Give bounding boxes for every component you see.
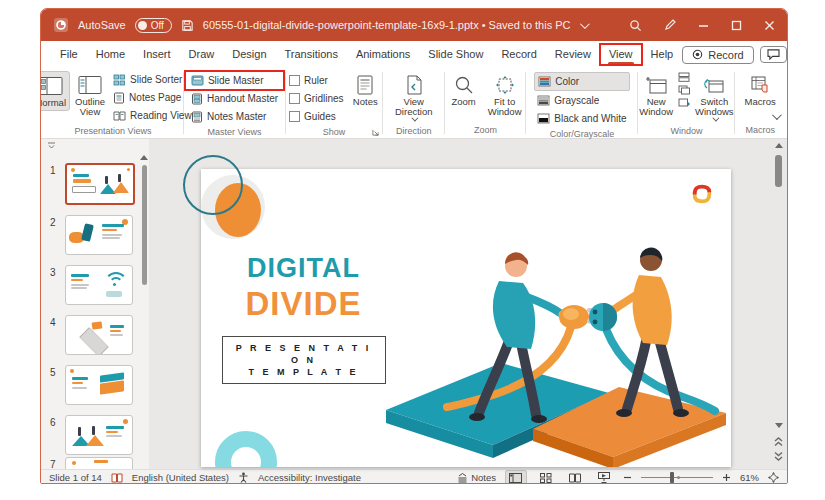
tab-review[interactable]: Review <box>546 43 600 66</box>
maximize-button[interactable] <box>731 20 742 31</box>
tab-design[interactable]: Design <box>223 43 275 66</box>
document-title[interactable]: 60555-01-digital-divide-powerpoint-templ… <box>203 19 571 31</box>
accessibility-status[interactable]: Accessibility: Investigate <box>258 472 361 483</box>
close-button[interactable] <box>764 20 775 31</box>
tab-draw[interactable]: Draw <box>180 43 224 66</box>
grayscale-button[interactable]: Grayscale <box>534 92 629 109</box>
reading-view-button[interactable]: Reading View <box>110 107 195 124</box>
show-dialog-launcher-icon[interactable] <box>372 129 379 136</box>
normal-view-button[interactable]: Normal <box>40 71 70 111</box>
fit-to-window-button[interactable]: Fit to Window <box>484 71 526 119</box>
slide-thumbnail-4[interactable] <box>65 315 133 355</box>
slide-sorter-statusbar-button[interactable] <box>536 471 556 484</box>
language-indicator[interactable]: English (United States) <box>132 472 229 483</box>
zoom-icon <box>454 73 474 97</box>
thumbnail-scrollbar-thumb[interactable] <box>142 165 147 285</box>
slide-thumbnail-5[interactable] <box>65 365 133 405</box>
new-window-button[interactable]: New Window <box>636 71 676 119</box>
thumbnail-scroll-up-icon[interactable] <box>140 155 148 160</box>
reading-view-label: Reading View <box>130 110 192 121</box>
notes-button[interactable]: Notes <box>349 71 383 109</box>
slide-show-statusbar-button[interactable] <box>594 471 614 484</box>
reading-view-icon <box>113 110 126 122</box>
notes-toggle-label: Notes <box>471 472 496 483</box>
view-direction-button[interactable]: View Direction <box>385 71 443 124</box>
autosave-toggle[interactable]: Off <box>135 18 172 33</box>
tab-animations[interactable]: Animations <box>347 43 419 66</box>
search-icon[interactable] <box>629 19 642 32</box>
record-button[interactable]: Record <box>682 46 753 64</box>
previous-slide-button[interactable] <box>774 437 783 447</box>
save-icon[interactable] <box>181 19 194 32</box>
show-label-text: Show <box>323 127 346 137</box>
slide-subtitle-box[interactable]: P R E S E N T A T I O N T E M P L A T E <box>222 336 386 384</box>
collapse-ribbon-chevron-icon[interactable] <box>772 106 779 124</box>
outline-view-button[interactable]: Outline View <box>72 71 108 119</box>
tab-view[interactable]: View <box>600 43 642 66</box>
black-and-white-button[interactable]: Black and White <box>534 110 629 127</box>
zoom-level[interactable]: 61% <box>740 472 759 483</box>
zoom-out-button[interactable] <box>623 473 632 482</box>
reading-view-statusbar-button[interactable] <box>565 471 585 484</box>
slide-master-button[interactable]: Slide Master <box>188 72 281 89</box>
slide-title-block[interactable]: DIGITAL DIVIDE P R E S E N T A T I O N T… <box>221 253 386 384</box>
slide-thumbnail-2[interactable] <box>65 215 133 255</box>
tab-insert[interactable]: Insert <box>134 43 180 66</box>
grayscale-icon <box>537 95 550 106</box>
tab-help[interactable]: Help <box>642 43 683 66</box>
comments-button[interactable] <box>760 46 787 63</box>
powerpoint-app-icon[interactable] <box>53 17 69 33</box>
gridlines-checkbox[interactable]: Gridlines <box>286 90 346 107</box>
color-button[interactable]: Color <box>534 72 629 91</box>
slide-canvas[interactable]: DIGITAL DIVIDE P R E S E N T A T I O N T… <box>201 169 731 467</box>
accessibility-icon[interactable] <box>238 472 249 483</box>
slide-sorter-label: Slide Sorter <box>130 74 182 85</box>
tab-file[interactable]: File <box>51 43 87 66</box>
minimize-button[interactable] <box>698 20 709 31</box>
notes-toggle-button[interactable]: Notes <box>457 472 496 483</box>
black-and-white-icon <box>537 113 550 124</box>
pen-presence-icon[interactable] <box>664 19 676 31</box>
slide-thumbnail-6[interactable] <box>65 415 133 455</box>
document-title-chevron-icon[interactable] <box>579 19 589 29</box>
macros-button[interactable]: Macros <box>737 71 783 109</box>
zoom-slider[interactable] <box>641 477 713 478</box>
notes-page-button[interactable]: Notes Page <box>110 89 195 106</box>
slide-thumbnail-7[interactable] <box>65 457 133 469</box>
slide-thumbnail-3[interactable] <box>65 265 133 305</box>
main-scrollbar[interactable] <box>773 139 784 469</box>
scroll-up-icon[interactable] <box>775 143 783 148</box>
move-split-icon[interactable] <box>678 98 690 108</box>
normal-view-statusbar-button[interactable] <box>505 470 527 484</box>
zoom-slider-thumb[interactable] <box>670 472 674 483</box>
slide-subtitle-line1: P R E S E N T A T I O N <box>229 342 379 366</box>
ruler-checkbox[interactable]: Ruler <box>286 72 346 89</box>
slide-thumbnail-1[interactable] <box>65 163 135 205</box>
notes-master-button[interactable]: Notes Master <box>188 108 281 125</box>
zoom-in-button[interactable] <box>722 473 731 482</box>
group-label-show: Show <box>286 125 382 139</box>
cascade-windows-icon[interactable] <box>678 85 690 95</box>
outline-view-icon <box>78 73 102 97</box>
zoom-button[interactable]: Zoom <box>445 71 481 109</box>
spellcheck-book-icon[interactable] <box>111 473 123 483</box>
switch-windows-button[interactable]: Switch Windows <box>692 71 737 124</box>
tab-home[interactable]: Home <box>87 43 134 66</box>
arrange-all-icon[interactable] <box>678 72 690 82</box>
next-slide-button[interactable] <box>774 451 783 461</box>
slide-indicator[interactable]: Slide 1 of 14 <box>49 472 102 483</box>
main-scrollbar-thumb[interactable] <box>775 155 782 187</box>
guides-checkbox[interactable]: Guides <box>286 108 346 125</box>
content-area: 1 2 3 <box>41 139 787 469</box>
new-window-label: New Window <box>639 97 673 117</box>
tab-record[interactable]: Record <box>492 43 545 66</box>
tab-transitions[interactable]: Transitions <box>276 43 347 66</box>
fit-slide-to-window-button[interactable] <box>768 472 779 483</box>
group-presentation-views: Normal Outline View Slide Sorter Notes P… <box>43 68 183 138</box>
scroll-down-icon[interactable] <box>775 423 783 428</box>
slide-sorter-button[interactable]: Slide Sorter <box>110 71 195 88</box>
autosave-state: Off <box>151 20 164 31</box>
handout-master-button[interactable]: Handout Master <box>188 90 281 107</box>
tab-slide-show[interactable]: Slide Show <box>419 43 492 66</box>
collapse-pane-icon[interactable] <box>47 142 56 150</box>
